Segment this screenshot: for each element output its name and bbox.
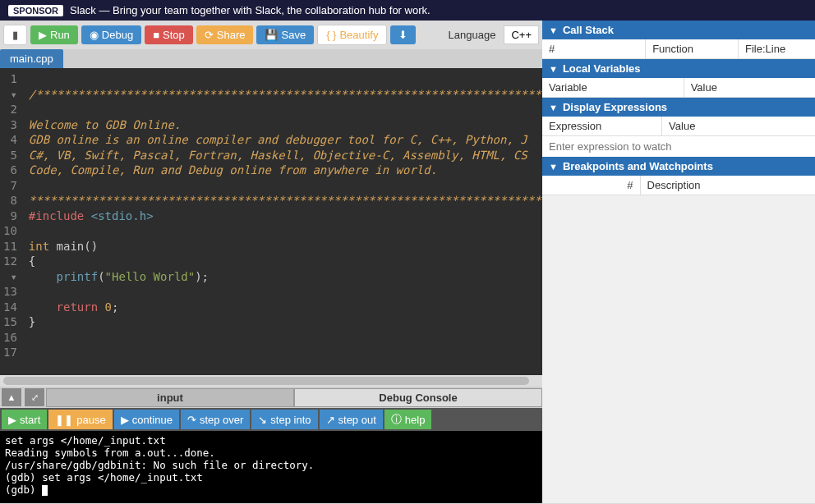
breakpoints-headers: # Description — [542, 176, 815, 195]
debug-console[interactable]: set args </home/_input.txt Reading symbo… — [0, 431, 542, 503]
beautify-button[interactable]: { } Beautify — [317, 25, 387, 45]
start-button[interactable]: ▶ start — [2, 410, 47, 429]
code-editor[interactable]: 1 ▾23456789101112 ▾1314151617 /*********… — [0, 68, 542, 375]
sponsor-bar: SPONSOR Slack — Bring your team together… — [0, 0, 815, 21]
pause-button[interactable]: ❚❚ pause — [48, 410, 112, 429]
language-select[interactable]: C++ — [504, 25, 539, 44]
cursor — [42, 485, 48, 496]
bottom-controls: ▲ ⤢ input Debug Console — [0, 387, 542, 408]
stop-button[interactable]: ■Stop — [145, 25, 193, 44]
tab-debug-console[interactable]: Debug Console — [294, 388, 542, 407]
new-file-button[interactable]: ▮ — [3, 25, 27, 45]
debug-button[interactable]: ◉Debug — [81, 25, 141, 44]
run-button[interactable]: ▶Run — [30, 25, 78, 44]
call-stack-headers: # Function File:Line — [542, 39, 815, 59]
editor-hscroll[interactable] — [0, 375, 542, 387]
locals-headers: Variable Value — [542, 78, 815, 98]
main-toolbar: ▮ ▶Run ◉Debug ■Stop ⟳Share 💾Save { } Bea… — [0, 21, 542, 49]
share-button[interactable]: ⟳Share — [196, 25, 254, 44]
code-area[interactable]: /***************************************… — [22, 68, 542, 375]
chevron-down-icon: ▼ — [549, 103, 558, 112]
file-icon: ▮ — [12, 29, 18, 41]
expression-input[interactable] — [542, 136, 815, 157]
file-tab-bar: main.cpp — [0, 49, 542, 68]
toggle-icon-button[interactable]: ▲ — [2, 388, 21, 406]
expressions-header[interactable]: ▼Display Expressions — [542, 98, 815, 117]
step-over-button[interactable]: ↷ step over — [181, 410, 250, 429]
debug-toolbar: ▶ start ❚❚ pause ▶ continue ↷ step over … — [0, 408, 542, 431]
step-out-button[interactable]: ↗ step out — [320, 410, 383, 429]
chevron-down-icon: ▼ — [549, 25, 558, 35]
call-stack-header[interactable]: ▼Call Stack — [542, 21, 815, 39]
locals-header[interactable]: ▼Local Variables — [542, 59, 815, 78]
sponsor-badge: SPONSOR — [8, 5, 63, 16]
save-button[interactable]: 💾Save — [256, 25, 314, 44]
tab-input[interactable]: input — [46, 388, 294, 407]
right-panel: ▼Call Stack # Function File:Line ▼Local … — [542, 21, 815, 503]
stop-icon: ■ — [153, 29, 159, 41]
sponsor-text[interactable]: Slack — Bring your team together with Sl… — [70, 4, 431, 16]
step-into-button[interactable]: ↘ step into — [251, 410, 317, 429]
chevron-down-icon: ▼ — [549, 64, 558, 74]
chevron-down-icon: ▼ — [549, 162, 558, 172]
save-icon: 💾 — [265, 29, 278, 41]
debug-icon: ◉ — [90, 29, 99, 41]
breakpoints-header[interactable]: ▼Breakpoints and Watchpoints — [542, 157, 815, 176]
file-tab-main[interactable]: main.cpp — [0, 49, 63, 68]
expand-icon-button[interactable]: ⤢ — [25, 388, 44, 406]
continue-button[interactable]: ▶ continue — [114, 410, 179, 429]
expressions-headers: Expression Value — [542, 117, 815, 136]
play-icon: ▶ — [39, 29, 47, 41]
line-gutter: 1 ▾23456789101112 ▾1314151617 — [0, 68, 22, 375]
download-icon: ⬇ — [398, 29, 408, 41]
share-icon: ⟳ — [205, 29, 214, 41]
help-button[interactable]: ⓘ help — [384, 410, 432, 429]
language-label: Language — [449, 29, 501, 41]
download-button[interactable]: ⬇ — [390, 25, 416, 44]
